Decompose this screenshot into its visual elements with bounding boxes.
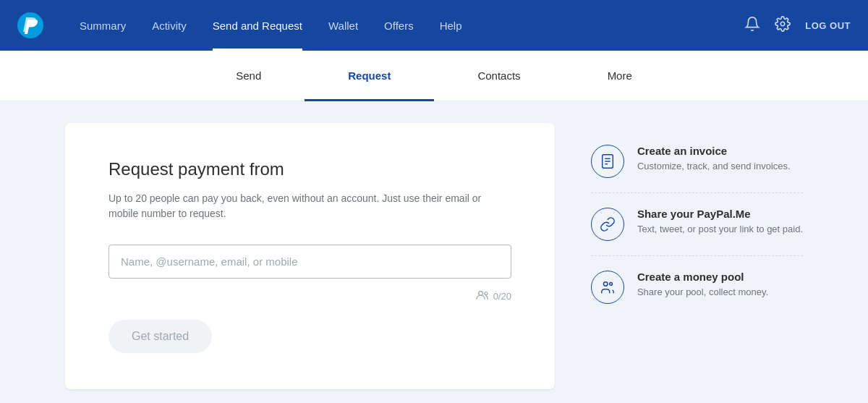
share-paypalme-title: Share your PayPal.Me [637,208,803,220]
recipient-counter: 0/20 [109,290,511,302]
main-content: Request payment from Up to 20 people can… [0,101,868,403]
content-wrapper: Request payment from Up to 20 people can… [36,123,832,389]
svg-point-8 [610,283,613,286]
link-icon [591,208,624,241]
nav-link-send-and-request[interactable]: Send and Request [200,0,315,51]
subnav-contacts[interactable]: Contacts [434,51,563,101]
svg-point-0 [781,22,786,26]
svg-point-2 [484,292,487,295]
notification-icon[interactable] [744,16,760,35]
nav-link-offers[interactable]: Offers [371,0,427,51]
nav-link-wallet[interactable]: Wallet [315,0,371,51]
share-paypalme-option[interactable]: Share your PayPal.Me Text, tweet, or pos… [591,193,803,256]
create-invoice-desc: Customize, track, and send invoices. [637,160,791,173]
top-nav-right: LOG OUT [744,16,851,35]
subnav-request[interactable]: Request [305,51,434,101]
money-pool-desc: Share your pool, collect money. [637,286,768,299]
group-icon [591,271,624,304]
paypal-logo-icon [17,12,43,38]
recipient-input[interactable] [109,245,511,279]
nav-link-summary[interactable]: Summary [67,0,139,51]
share-paypalme-desc: Text, tweet, or post your link to get pa… [637,223,803,236]
money-pool-option[interactable]: Create a money pool Share your pool, col… [591,256,803,318]
top-navigation: Summary Activity Send and Request Wallet… [0,0,868,51]
create-invoice-option[interactable]: Create an invoice Customize, track, and … [591,130,803,193]
request-form-panel: Request payment from Up to 20 people can… [65,123,555,389]
invoice-icon [591,145,624,178]
recipient-input-wrapper [109,245,511,279]
create-invoice-title: Create an invoice [637,145,791,157]
subnav-send[interactable]: Send [192,51,305,101]
settings-icon[interactable] [775,16,791,35]
nav-link-activity[interactable]: Activity [139,0,200,51]
get-started-button[interactable]: Get started [109,320,212,353]
logo[interactable] [17,12,43,38]
nav-links: Summary Activity Send and Request Wallet… [67,0,744,51]
svg-point-7 [603,282,608,287]
sub-navigation: Send Request Contacts More [0,51,868,101]
logout-button[interactable]: LOG OUT [805,20,851,31]
counter-text: 0/20 [493,291,511,302]
form-description: Up to 20 people can pay you back, even w… [109,191,511,221]
side-options-panel: Create an invoice Customize, track, and … [555,123,803,389]
money-pool-title: Create a money pool [637,271,768,283]
nav-link-help[interactable]: Help [427,0,475,51]
subnav-more[interactable]: More [564,51,676,101]
form-title: Request payment from [109,159,511,179]
people-icon [476,290,489,302]
